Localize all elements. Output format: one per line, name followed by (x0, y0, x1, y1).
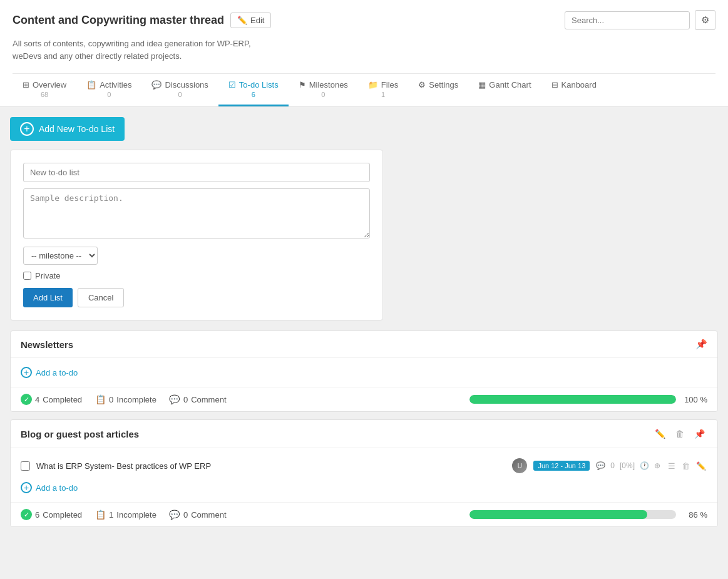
comment-icon: 💬 (169, 394, 180, 405)
comment-count-icon: 💬 (596, 461, 605, 470)
tab-overview[interactable]: ⊞ Overview 68 (13, 74, 76, 106)
add-new-todo-list-button[interactable]: + Add New To-do List (10, 117, 125, 141)
newsletters-incomplete-stat: 📋 0 Incomplete (95, 394, 156, 405)
tab-todo-lists[interactable]: ☑ To-do Lists 6 (218, 74, 289, 106)
todo-item-edit-button[interactable]: ✏️ (695, 460, 707, 472)
todo-item-meta: 💬 0 [0%] 🕐 ⊕ (596, 461, 660, 470)
plus-icon-blog: + (21, 482, 32, 493)
settings-gear-button[interactable]: ⚙ (695, 10, 715, 30)
edit-button[interactable]: ✏️ Edit (230, 13, 271, 28)
clipboard-icon: 📋 (95, 394, 106, 405)
todo-item-actions: ☰ 🗑 ✏️ (667, 460, 707, 472)
search-area: ⚙ (565, 10, 715, 30)
progress-bar-background (469, 395, 676, 404)
blog-progress-bar-fill (469, 510, 647, 519)
todo-item-label: What is ERP System- Best practices of WP… (36, 461, 506, 471)
add-list-button[interactable]: Add List (23, 288, 73, 307)
todo-item-checkbox[interactable] (21, 461, 30, 471)
todo-item-delete-button[interactable]: 🗑 (680, 460, 691, 472)
tab-activities[interactable]: 📋 Activities 0 (76, 74, 141, 106)
blog-comment-stat: 💬 0 Comment (169, 509, 227, 520)
pencil-icon: ✏️ (237, 16, 247, 25)
private-label: Private (35, 271, 60, 280)
tab-gantt[interactable]: ▦ Gantt Chart (468, 74, 541, 106)
add-todo-link-blog[interactable]: + Add a to-do (21, 478, 707, 497)
newsletters-section: Newsletters 📌 + Add a to-do ✓ 4 Complete… (10, 330, 718, 412)
milestones-icon: ⚑ (299, 80, 306, 90)
todo-date-badge: Jun 12 - Jun 13 (533, 461, 590, 471)
blog-articles-title: Blog or guest post articles (21, 429, 139, 439)
progress-badge: [0%] (620, 461, 635, 470)
newsletters-progress: 100 % (469, 395, 707, 404)
header: Content and Copywriting master thread ✏️… (0, 0, 728, 107)
overview-icon: ⊞ (23, 80, 29, 90)
blog-articles-actions: ✏️ 🗑 📌 (652, 428, 707, 440)
clock-icon: 🕐 (640, 461, 649, 470)
page-title: Content and Copywriting master thread (13, 14, 224, 27)
pin-section-button[interactable]: 📌 (692, 428, 707, 440)
tab-files[interactable]: 📁 Files 1 (358, 74, 408, 106)
discussions-icon: 💬 (151, 80, 161, 90)
files-icon: 📁 (368, 80, 378, 90)
settings-icon: ⚙ (418, 80, 426, 90)
gantt-icon: ▦ (478, 80, 486, 90)
newsletters-title: Newsletters (21, 339, 73, 350)
blog-articles-section: Blog or guest post articles ✏️ 🗑 📌 What … (10, 419, 718, 527)
add-todo-link-newsletters[interactable]: + Add a to-do (21, 363, 707, 382)
newsletters-comment-stat: 💬 0 Comment (169, 394, 227, 405)
clipboard-icon-blog: 📋 (95, 509, 106, 520)
add-icon[interactable]: ⊕ (654, 461, 660, 470)
comment-icon-blog: 💬 (169, 509, 180, 520)
delete-section-button[interactable]: 🗑 (673, 428, 687, 440)
tab-settings[interactable]: ⚙ Settings (408, 74, 468, 106)
newsletters-completed-stat: ✓ 4 Completed (21, 394, 82, 405)
search-input[interactable] (565, 11, 690, 29)
check-circle-icon-blog: ✓ (21, 509, 32, 520)
private-checkbox[interactable] (23, 272, 31, 280)
edit-section-button[interactable]: ✏️ (652, 428, 668, 440)
project-description: All sorts of contents, copywriting and i… (13, 38, 715, 71)
activities-icon: 📋 (86, 80, 96, 90)
cancel-button[interactable]: Cancel (78, 288, 124, 307)
blog-completed-stat: ✓ 6 Completed (21, 509, 82, 520)
pin-icon: 📌 (695, 339, 707, 350)
tab-milestones[interactable]: ⚑ Milestones 0 (289, 74, 358, 106)
tab-discussions[interactable]: 💬 Discussions 0 (141, 74, 218, 106)
todo-item-menu-button[interactable]: ☰ (667, 460, 677, 472)
nav-tabs: ⊞ Overview 68 📋 Activities 0 💬 Discussio… (13, 73, 715, 106)
new-todo-list-form: Sample description. -- milestone -- Priv… (10, 150, 383, 320)
todo-list-title-input[interactable] (23, 163, 370, 182)
check-circle-icon: ✓ (21, 394, 32, 405)
blog-incomplete-stat: 📋 1 Incomplete (95, 509, 156, 520)
todo-icon: ☑ (228, 80, 236, 90)
newsletters-actions: 📌 (695, 339, 707, 350)
tab-kanboard[interactable]: ⊟ Kanboard (541, 74, 607, 106)
blog-progress: 86 % (469, 510, 707, 520)
progress-percentage: 100 % (682, 395, 707, 404)
milestone-select[interactable]: -- milestone -- (23, 247, 98, 265)
main-content: + Add New To-do List Sample description.… (0, 107, 728, 545)
blog-progress-percentage: 86 % (682, 510, 707, 520)
plus-icon: + (21, 367, 32, 378)
avatar: U (512, 458, 527, 473)
kanboard-icon: ⊟ (551, 80, 558, 90)
todo-item: What is ERP System- Best practices of WP… (21, 453, 707, 478)
blog-progress-bar-background (469, 510, 676, 519)
progress-bar-fill (469, 395, 676, 404)
plus-circle-icon: + (20, 122, 34, 136)
todo-list-description-input[interactable]: Sample description. (23, 188, 370, 238)
